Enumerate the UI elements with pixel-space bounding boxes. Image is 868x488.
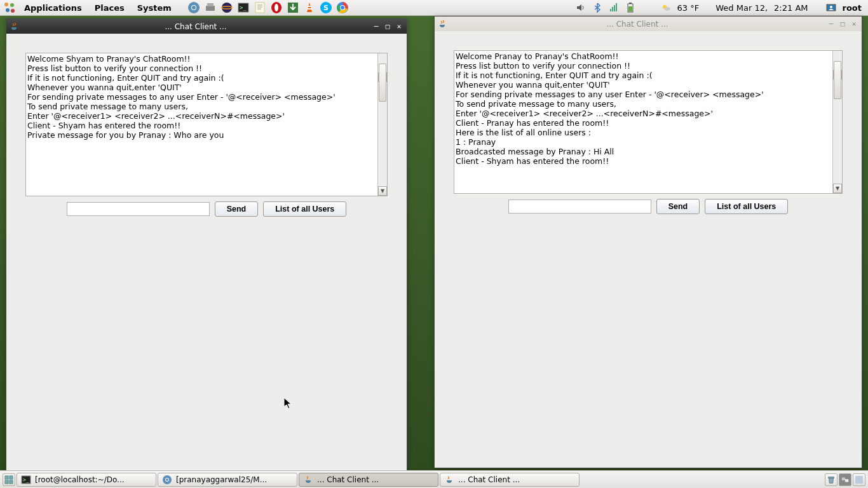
maximize-button[interactable]: □ <box>383 22 393 32</box>
volume-icon[interactable] <box>576 3 586 13</box>
svg-rect-7 <box>206 6 215 11</box>
svg-rect-38 <box>5 475 8 478</box>
file-manager-icon[interactable] <box>203 1 217 15</box>
svg-rect-8 <box>207 3 214 6</box>
date-text[interactable]: Wed Mar 12, <box>715 3 768 13</box>
weather-icon[interactable] <box>661 3 671 13</box>
bottom-panel: >_ [root@localhost:~/Do... [pranayaggarw… <box>0 470 868 488</box>
menu-applications[interactable]: Applications <box>19 1 87 15</box>
eclipse-icon[interactable] <box>220 1 234 15</box>
terminal-icon: >_ <box>21 475 31 485</box>
svg-rect-13 <box>255 3 264 13</box>
list-users-button[interactable]: List of all Users <box>705 199 788 214</box>
minimize-button[interactable]: ─ <box>826 19 836 29</box>
opera-icon[interactable] <box>269 1 283 15</box>
svg-rect-47 <box>829 477 834 478</box>
task-chat-2[interactable]: ... Chat Client ... <box>440 473 580 487</box>
workspace-1[interactable] <box>839 473 851 486</box>
chat-window-1: ... Chat Client ... ─ □ ✕ Welcome Shyam … <box>6 18 407 471</box>
window-title: ... Chat Client ... <box>22 22 370 31</box>
java-icon <box>303 475 313 485</box>
svg-point-9 <box>222 3 232 13</box>
close-button[interactable]: ✕ <box>394 22 404 32</box>
task-chat-1[interactable]: ... Chat Client ... <box>299 473 438 487</box>
scroll-thumb[interactable] <box>379 64 386 102</box>
svg-rect-40 <box>5 480 8 483</box>
scrollbar[interactable]: ▲ ▼ <box>832 51 842 193</box>
network-icon[interactable] <box>609 3 619 13</box>
svg-rect-30 <box>616 3 617 11</box>
svg-point-2 <box>6 8 10 12</box>
java-icon <box>444 475 454 485</box>
svg-rect-33 <box>628 6 632 11</box>
svg-rect-20 <box>308 6 311 7</box>
scroll-down-button[interactable]: ▼ <box>378 186 387 196</box>
task-terminal[interactable]: >_ [root@localhost:~/Do... <box>17 473 156 487</box>
svg-text:S: S <box>323 4 329 12</box>
titlebar[interactable]: ... Chat Client ... ─ □ ✕ <box>6 19 407 34</box>
task-label: [root@localhost:~/Do... <box>35 475 125 484</box>
chat-log[interactable]: Welcome Pranay to Pranay's ChatRoom!! Pr… <box>454 50 843 194</box>
task-browser[interactable]: [pranayaggarwal25/M... <box>158 473 297 487</box>
user-switch-icon[interactable] <box>826 3 836 13</box>
text-editor-icon[interactable] <box>253 1 267 15</box>
maximize-button[interactable]: □ <box>837 19 848 29</box>
bluetooth-icon[interactable] <box>592 3 602 13</box>
java-icon <box>437 19 447 29</box>
titlebar[interactable]: ... Chat Client ... ─ □ ✕ <box>435 17 862 31</box>
list-users-button[interactable]: List of all Users <box>263 201 346 217</box>
svg-rect-48 <box>842 477 845 480</box>
svg-point-46 <box>166 478 168 481</box>
menu-places[interactable]: Places <box>90 1 130 15</box>
chat-window-2: ... Chat Client ... ─ □ ✕ Welcome Pranay… <box>434 16 862 468</box>
svg-rect-32 <box>629 3 632 4</box>
svg-rect-27 <box>610 9 611 11</box>
svg-rect-49 <box>845 479 848 482</box>
chromium-icon <box>162 475 172 485</box>
chat-log[interactable]: Welcome Shyam to Pranay's ChatRoom!! Pre… <box>25 53 388 196</box>
battery-icon[interactable] <box>625 3 635 13</box>
weather-text: 63 °F <box>677 3 700 13</box>
workspace-2[interactable] <box>853 473 865 486</box>
scroll-thumb[interactable] <box>834 61 841 99</box>
svg-point-1 <box>10 3 14 7</box>
svg-rect-28 <box>612 7 613 11</box>
menu-system[interactable]: System <box>132 1 177 15</box>
java-icon <box>9 22 19 32</box>
svg-point-6 <box>192 6 196 10</box>
username[interactable]: root <box>843 3 862 13</box>
chrome-icon[interactable] <box>336 1 349 15</box>
message-input[interactable] <box>508 200 651 214</box>
download-icon[interactable] <box>286 1 300 15</box>
chat-text: Welcome Shyam to Pranay's ChatRoom!! Pre… <box>27 54 336 140</box>
terminal-icon[interactable]: >_ <box>236 1 250 15</box>
svg-point-37 <box>830 6 832 8</box>
message-input[interactable] <box>67 202 210 216</box>
svg-text:>_: >_ <box>240 4 247 11</box>
show-desktop-button[interactable] <box>3 473 15 486</box>
vlc-icon[interactable] <box>302 1 316 15</box>
send-button[interactable]: Send <box>215 201 259 217</box>
time-text[interactable]: 2:21 AM <box>774 3 808 13</box>
close-button[interactable]: ✕ <box>849 19 859 29</box>
svg-point-26 <box>341 6 344 10</box>
svg-rect-39 <box>10 475 13 478</box>
trash-button[interactable] <box>825 473 837 486</box>
send-button[interactable]: Send <box>656 199 700 214</box>
top-panel: Applications Places System >_ S 63 °F We… <box>0 0 868 16</box>
svg-rect-50 <box>855 475 863 483</box>
scrollbar[interactable]: ▲ ▼ <box>377 53 387 196</box>
gnome-main-icon[interactable] <box>3 1 17 15</box>
window-title: ... Chat Client ... <box>450 20 825 29</box>
chromium-icon[interactable] <box>187 1 201 15</box>
scroll-down-button[interactable]: ▼ <box>833 184 842 193</box>
skype-icon[interactable]: S <box>319 1 333 15</box>
svg-text:>_: >_ <box>23 477 29 483</box>
svg-point-3 <box>11 9 15 13</box>
task-label: ... Chat Client ... <box>458 475 520 484</box>
svg-rect-21 <box>307 8 311 10</box>
chat-text: Welcome Pranay to Pranay's ChatRoom!! Pr… <box>456 51 764 166</box>
svg-rect-41 <box>10 480 13 483</box>
minimize-button[interactable]: ─ <box>371 22 381 32</box>
svg-point-35 <box>664 7 670 11</box>
